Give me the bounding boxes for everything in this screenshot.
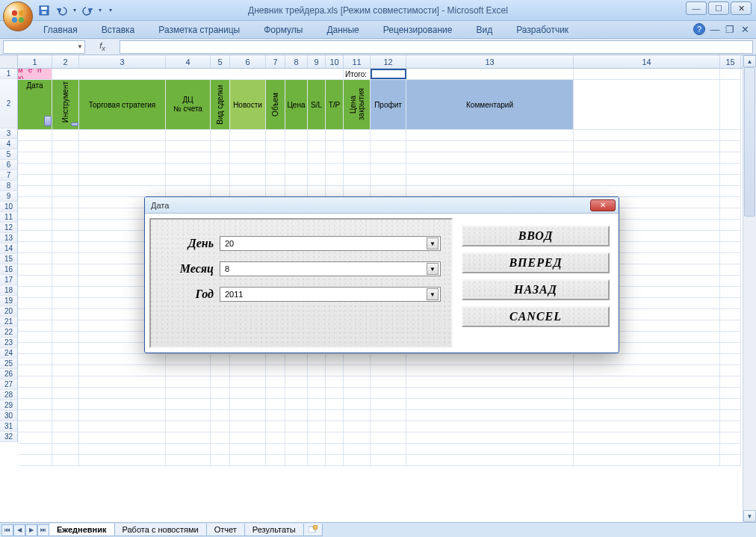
cell[interactable] xyxy=(52,354,79,364)
cell[interactable] xyxy=(720,365,741,376)
cell[interactable] xyxy=(18,152,52,163)
cell[interactable] xyxy=(18,421,52,432)
cell[interactable] xyxy=(18,220,52,230)
cell[interactable] xyxy=(720,197,741,208)
cell[interactable] xyxy=(18,365,52,376)
cell[interactable] xyxy=(326,455,344,465)
cell[interactable] xyxy=(18,141,52,152)
row-header[interactable]: 21 xyxy=(0,317,18,327)
cell[interactable] xyxy=(18,298,52,308)
cell[interactable] xyxy=(18,186,52,196)
cell[interactable] xyxy=(166,432,211,443)
cell[interactable] xyxy=(574,69,720,79)
cell[interactable] xyxy=(574,141,720,152)
year-combobox[interactable]: 2011 ▼ xyxy=(220,287,441,302)
cell[interactable] xyxy=(285,186,308,196)
cell[interactable] xyxy=(344,410,371,420)
cell[interactable] xyxy=(720,231,741,241)
dialog-close-button[interactable]: ✕ xyxy=(590,199,616,211)
cell[interactable] xyxy=(18,242,52,252)
sheet-tab-news[interactable]: Работа с новостями xyxy=(114,524,207,536)
scroll-thumb[interactable] xyxy=(744,67,755,217)
cell[interactable] xyxy=(18,343,52,353)
cell[interactable] xyxy=(720,399,741,409)
cell[interactable] xyxy=(18,208,52,219)
sheet-tab-report[interactable]: Отчет xyxy=(206,524,245,536)
day-combobox[interactable]: 20 ▼ xyxy=(220,236,441,251)
cell[interactable] xyxy=(344,421,371,432)
cell[interactable] xyxy=(18,432,52,443)
cell[interactable] xyxy=(18,164,52,174)
cell[interactable] xyxy=(285,141,308,152)
cell[interactable] xyxy=(720,410,741,420)
cell[interactable] xyxy=(720,354,741,364)
cell[interactable] xyxy=(18,287,52,297)
hdr-price[interactable]: Цена xyxy=(285,80,308,129)
cell[interactable] xyxy=(344,141,371,152)
blank-merge[interactable] xyxy=(52,69,344,79)
cell[interactable] xyxy=(285,432,308,443)
cell[interactable] xyxy=(371,141,406,152)
cell[interactable] xyxy=(285,410,308,420)
cell[interactable] xyxy=(406,376,574,387)
cell[interactable] xyxy=(52,376,79,387)
cell[interactable] xyxy=(266,186,285,196)
cell[interactable] xyxy=(52,164,79,174)
scroll-down-icon[interactable]: ▼ xyxy=(743,510,756,522)
cell[interactable] xyxy=(79,376,166,387)
col-header[interactable]: 4 xyxy=(166,55,211,68)
cell[interactable] xyxy=(166,455,211,465)
cell[interactable] xyxy=(79,141,166,152)
cell[interactable] xyxy=(266,152,285,163)
undo-icon[interactable] xyxy=(55,4,69,17)
cell[interactable] xyxy=(166,354,211,364)
cell[interactable] xyxy=(52,152,79,163)
tab-data[interactable]: Данные xyxy=(319,22,366,38)
cell[interactable] xyxy=(285,455,308,465)
cell[interactable] xyxy=(230,141,266,152)
cell[interactable] xyxy=(326,175,344,185)
row-header[interactable]: 13 xyxy=(0,233,18,243)
cell[interactable] xyxy=(166,141,211,152)
cell[interactable] xyxy=(574,186,720,196)
cell[interactable] xyxy=(79,365,166,376)
cell[interactable] xyxy=(166,164,211,174)
cell[interactable] xyxy=(371,152,406,163)
cell[interactable] xyxy=(371,410,406,420)
cell[interactable] xyxy=(266,354,285,364)
cell[interactable] xyxy=(344,175,371,185)
row-header[interactable]: 16 xyxy=(0,264,18,275)
cell[interactable] xyxy=(308,388,326,398)
cell[interactable] xyxy=(79,432,166,443)
redo-dropdown-icon[interactable]: ▾ xyxy=(99,7,102,13)
cell[interactable] xyxy=(211,354,230,364)
col-header[interactable]: 13 xyxy=(406,55,574,68)
cell[interactable] xyxy=(266,141,285,152)
cell[interactable] xyxy=(52,309,79,320)
row-header[interactable]: 1 xyxy=(0,69,18,79)
cell[interactable] xyxy=(211,376,230,387)
row-header[interactable]: 10 xyxy=(0,202,18,212)
sheet-tab-daily[interactable]: Ежедневник xyxy=(49,524,115,536)
hdr-strategy[interactable]: Торговая стратегия xyxy=(79,80,166,129)
cell[interactable] xyxy=(79,444,166,454)
col-header[interactable]: 11 xyxy=(344,55,371,68)
cell[interactable] xyxy=(230,152,266,163)
cell[interactable] xyxy=(285,444,308,454)
cell[interactable] xyxy=(720,298,741,308)
cell[interactable] xyxy=(371,376,406,387)
close-button[interactable]: ✕ xyxy=(731,1,752,15)
cell[interactable] xyxy=(308,130,326,140)
cell[interactable] xyxy=(371,444,406,454)
cell[interactable] xyxy=(18,276,52,286)
cell[interactable] xyxy=(166,365,211,376)
cell[interactable] xyxy=(371,164,406,174)
cell[interactable] xyxy=(211,388,230,398)
row-header[interactable]: 3 xyxy=(0,128,18,139)
cell[interactable] xyxy=(371,130,406,140)
cell[interactable] xyxy=(720,186,741,196)
cell[interactable] xyxy=(326,432,344,443)
cell[interactable] xyxy=(79,354,166,364)
vertical-scrollbar[interactable]: ▲ ▼ xyxy=(743,55,756,522)
hdr-instrument[interactable]: Инструмент xyxy=(52,80,79,129)
